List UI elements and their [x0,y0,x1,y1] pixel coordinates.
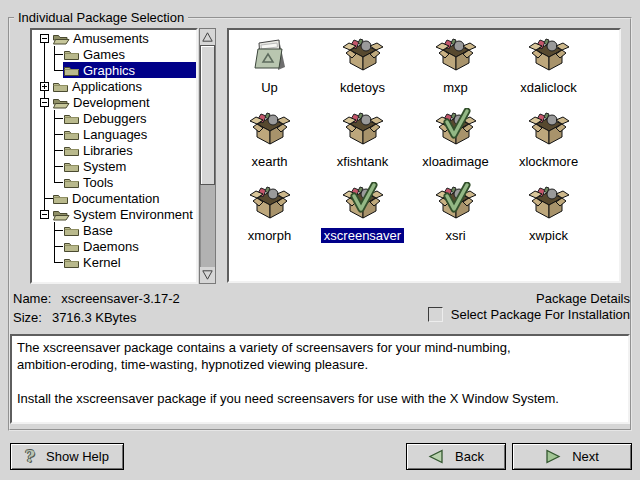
package-item-xlockmore[interactable]: xlockmore [502,110,595,184]
package-description-box: The xscreensaver package contains a vari… [10,334,630,424]
package-item-xmorph[interactable]: xmorph [223,184,316,258]
package-label[interactable]: mxp [440,80,471,95]
tree-item-system[interactable]: System [32,158,196,174]
tree-item-label: Languages [83,127,147,142]
package-item-xsri[interactable]: xsri [409,184,502,258]
closed-folder-icon [63,240,80,253]
closed-folder-icon [63,224,80,237]
tree-item-label: Base [83,223,113,238]
name-value: xscreensaver-3.17-2 [61,291,180,306]
scrollbar-thumb[interactable] [200,45,215,185]
package-item-xscreensaver[interactable]: xscreensaver [316,184,409,258]
package-label[interactable]: xloadimage [419,154,492,169]
package-box-icon[interactable] [343,184,383,226]
package-box-icon[interactable] [436,110,476,152]
tree-item-base[interactable]: Base [32,222,196,238]
package-label[interactable]: xmorph [245,228,294,243]
package-box-icon[interactable] [436,36,476,78]
collapse-box-icon[interactable] [40,34,49,43]
tree-item-tools[interactable]: Tools [32,174,196,190]
package-icon-panel: Upkdetoysmxpxdaliclockxearthxfishtankxlo… [227,28,621,283]
check-mark-icon [439,182,473,220]
tree-scrollbar[interactable] [199,28,216,284]
tree-item-development[interactable]: Development [32,94,196,110]
package-label[interactable]: xdaliclock [517,80,579,95]
package-item-mxp[interactable]: mxp [409,36,502,110]
size-value: 3716.3 KBytes [52,310,137,325]
tree-item-label: Applications [72,79,142,94]
package-label[interactable]: xearth [248,154,290,169]
next-button[interactable]: Next [512,443,632,470]
tree-item-libraries[interactable]: Libraries [32,142,196,158]
next-label: Next [572,449,599,464]
tree-item-label: Development [73,95,150,110]
tree-connector-line [44,43,45,214]
show-help-label: Show Help [46,449,109,464]
tree-item-daemons[interactable]: Daemons [32,238,196,254]
expand-box-icon[interactable] [40,82,49,91]
package-box-icon[interactable] [250,110,290,152]
right-arrow-icon [545,449,561,464]
closed-folder-icon [63,256,80,269]
install-checkbox-row: Select Package For Installation [428,307,630,322]
package-item-xearth[interactable]: xearth [223,110,316,184]
package-box-icon[interactable] [436,184,476,226]
package-details-label: Package Details [536,291,630,306]
tree-item-debuggers[interactable]: Debuggers [32,110,196,126]
description-line [17,373,623,390]
closed-folder-icon [63,48,80,61]
tree-item-label: Daemons [83,239,139,254]
scroll-up-icon[interactable] [200,29,215,45]
package-name-row: Name:xscreensaver-3.17-2 [13,291,180,306]
closed-folder-icon [63,112,80,125]
collapse-box-icon[interactable] [40,210,49,219]
package-selection-screen: { "window": { "frame_title": "Individual… [0,0,640,480]
closed-folder-icon [63,176,80,189]
back-button[interactable]: Back [406,443,506,470]
open-folder-icon [52,96,70,109]
collapse-box-icon[interactable] [40,98,49,107]
package-label[interactable]: xlockmore [516,154,581,169]
package-box-icon[interactable] [343,36,383,78]
package-box-icon[interactable] [529,110,569,152]
package-label[interactable]: xwpick [526,228,571,243]
package-icon-grid: Upkdetoysmxpxdaliclockxearthxfishtankxlo… [223,30,613,287]
closed-folder-icon [52,80,69,93]
name-label: Name: [13,291,51,306]
package-label[interactable]: kdetoys [337,80,388,95]
package-label[interactable]: xscreensaver [321,228,404,243]
scroll-down-icon[interactable] [200,267,215,283]
package-item-kdetoys[interactable]: kdetoys [316,36,409,110]
package-box-icon[interactable] [250,184,290,226]
question-mark-icon [25,448,35,465]
package-item-xloadimage[interactable]: xloadimage [409,110,502,184]
package-item-xfishtank[interactable]: xfishtank [316,110,409,184]
closed-folder-icon [52,192,69,205]
open-folder-icon [52,32,70,45]
package-box-icon[interactable] [529,184,569,226]
frame-title: Individual Package Selection [14,10,188,25]
tree-item-graphics[interactable]: Graphics [32,62,196,78]
package-item-xwpick[interactable]: xwpick [502,184,595,258]
tree-item-kernel[interactable]: Kernel [32,254,196,270]
tree-item-system-environment[interactable]: System Environment [32,206,196,222]
up-navigation-item[interactable]: Up [223,36,316,110]
tree-item-documentation[interactable]: Documentation [32,190,196,206]
tree-item-amusements[interactable]: Amusements [32,30,196,46]
show-help-button[interactable]: Show Help [10,443,124,470]
tree-item-label: Libraries [83,143,133,158]
closed-folder-icon [63,160,80,173]
package-label[interactable]: xfishtank [334,154,391,169]
package-item-xdaliclock[interactable]: xdaliclock [502,36,595,110]
tree-item-label: Amusements [73,31,149,46]
install-checkbox[interactable] [428,307,443,322]
package-box-icon[interactable] [343,110,383,152]
tree-item-games[interactable]: Games [32,46,196,62]
tree-item-languages[interactable]: Languages [32,126,196,142]
up-folder-icon[interactable] [250,36,290,78]
tree-item-applications[interactable]: Applications [32,78,196,94]
package-label[interactable]: xsri [442,228,468,243]
package-box-icon[interactable] [529,36,569,78]
package-label[interactable]: Up [258,80,281,95]
closed-folder-icon [63,128,80,141]
